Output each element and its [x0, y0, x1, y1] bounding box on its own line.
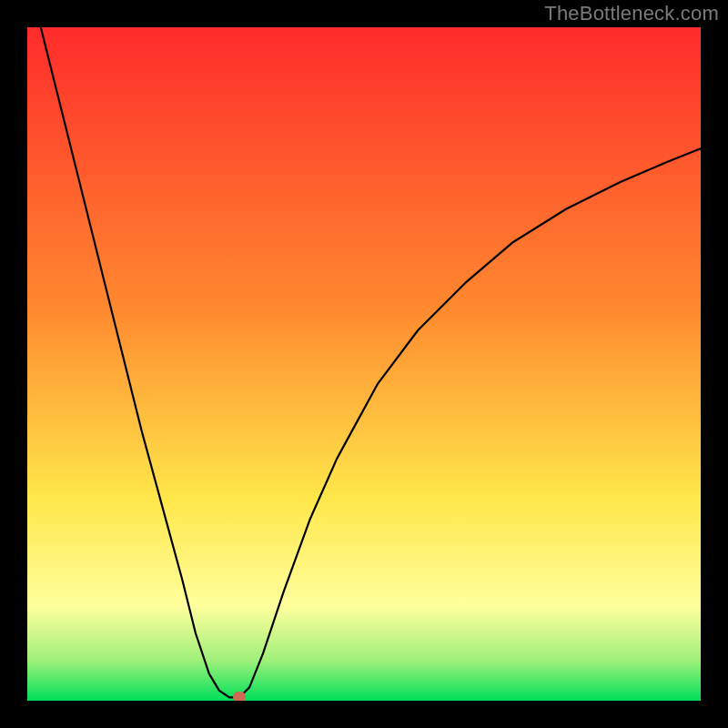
bottleneck-curve [41, 27, 701, 697]
curve-layer [27, 27, 701, 701]
plot-area [27, 27, 701, 701]
chart-frame: TheBottleneck.com [0, 0, 728, 728]
optimal-point-marker [233, 692, 246, 701]
watermark-text: TheBottleneck.com [544, 2, 719, 25]
